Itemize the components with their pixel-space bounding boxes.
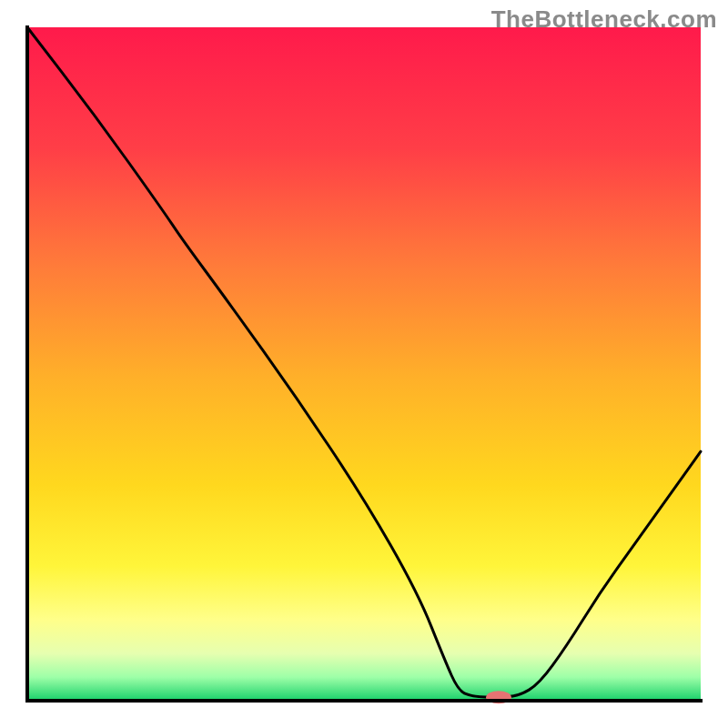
watermark-text: TheBottleneck.com xyxy=(491,5,717,34)
chart-svg xyxy=(0,0,728,728)
chart-container: TheBottleneck.com xyxy=(0,0,728,728)
plot-background xyxy=(27,27,701,701)
